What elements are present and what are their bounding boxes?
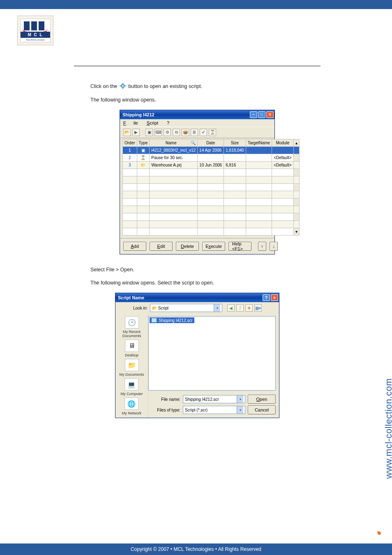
open-button[interactable]: Open xyxy=(248,395,276,404)
table-row xyxy=(123,213,300,220)
toolbar-sendkey-icon[interactable]: ⌨ xyxy=(154,129,162,136)
delete-button[interactable]: Delete xyxy=(176,242,199,251)
dialog-close-button[interactable]: × xyxy=(271,294,278,301)
filetype-label: Files of type: xyxy=(152,408,180,412)
chevron-down-icon[interactable]: ▾ xyxy=(214,304,220,312)
toolbar-doc-icon[interactable]: 🗎 xyxy=(191,129,198,136)
table-row xyxy=(123,169,300,176)
filetype-combo[interactable]: Script (*.scr) ▾ xyxy=(183,406,245,414)
menu-bar: File Script ? xyxy=(120,119,274,127)
window-title: Shipping I4212 xyxy=(122,112,154,117)
scroll-down-icon[interactable]: ▾ xyxy=(293,228,299,235)
window-titlebar[interactable]: Shipping I4212 – □ × xyxy=(120,110,274,119)
filename-combo[interactable]: Shipping I4212.scr ▾ xyxy=(183,395,245,403)
col-module[interactable]: Module xyxy=(272,139,293,146)
place-desktop[interactable]: 🖥Desktop xyxy=(125,340,139,357)
views-icon[interactable]: ▦▾ xyxy=(254,304,262,312)
paragraph-window-intro: The following window opens. xyxy=(90,96,321,104)
execute-button[interactable]: Execute xyxy=(202,242,225,251)
lookin-value: Script xyxy=(158,306,169,310)
move-up-button[interactable]: ↑ xyxy=(258,242,266,251)
logo: M C L TECHNOLOGIES xyxy=(17,16,53,45)
svg-point-1 xyxy=(122,85,124,87)
table-row xyxy=(123,183,300,191)
table-row[interactable]: 1 ▣ i4212_0803H2_mcl_v12 14 Apr 2006 1,6… xyxy=(123,146,300,154)
place-mycomputer[interactable]: 💻My Computer xyxy=(120,378,143,396)
svg-rect-5 xyxy=(125,86,126,86)
script-file-icon xyxy=(151,318,157,323)
table-row xyxy=(123,220,300,228)
toolbar-check-icon[interactable]: ✔ xyxy=(200,129,207,136)
scroll-up-icon[interactable]: ▴ xyxy=(293,139,299,146)
minimize-button[interactable]: – xyxy=(250,111,257,118)
open-dialog: Script Name ? × Look in: 📂 Script ▾ ◀ ⤴ … xyxy=(115,293,279,418)
dialog-titlebar[interactable]: Script Name ? × xyxy=(115,293,279,302)
toolbar-wait-icon[interactable]: ⌛ xyxy=(209,129,216,136)
chevron-down-icon[interactable]: ▾ xyxy=(237,406,243,414)
table-row xyxy=(123,198,300,206)
paragraph-select-script: The following window opens. Select the s… xyxy=(90,279,321,287)
up-one-level-icon[interactable]: ⤴ xyxy=(236,304,244,312)
edit-button[interactable]: Edit xyxy=(150,242,173,251)
file-item-label: Shipping I4212.scr xyxy=(159,318,193,323)
logo-subtext: TECHNOLOGIES xyxy=(21,39,50,41)
footer: Copyright © 2007 • MCL Technologies • Al… xyxy=(0,543,392,555)
toolbar-gear-icon[interactable]: ⚙ xyxy=(164,129,171,136)
new-folder-icon[interactable]: ✚ xyxy=(245,304,253,312)
table-row: ▾ xyxy=(123,228,300,235)
help-button[interactable]: Help <F1> xyxy=(228,242,251,251)
close-button[interactable]: × xyxy=(266,111,274,118)
maximize-button[interactable]: □ xyxy=(258,111,265,118)
file-list[interactable]: Shipping I4212.scr xyxy=(148,316,276,391)
script-window: Shipping I4212 – □ × File Script ? 📂 ▶ ▣… xyxy=(120,110,275,254)
col-date[interactable]: Date xyxy=(198,139,224,146)
toolbar-open-icon[interactable]: 📂 xyxy=(123,129,131,136)
logo-letters: M C L xyxy=(21,32,50,38)
header-stripe xyxy=(0,0,392,9)
chevron-down-icon[interactable]: ▾ xyxy=(237,395,243,403)
toolbar-copy-icon[interactable]: ⧉ xyxy=(173,129,180,136)
table-row xyxy=(123,176,300,183)
folder-icon: 📂 xyxy=(152,306,157,310)
context-help-button[interactable]: ? xyxy=(263,294,270,301)
col-type[interactable]: Type xyxy=(137,139,150,146)
back-icon[interactable]: ◀ xyxy=(227,304,235,312)
toolbar-firmware-icon[interactable]: ▣ xyxy=(145,129,153,136)
bullet-icon xyxy=(376,530,382,536)
menu-script[interactable]: Script xyxy=(147,120,158,125)
lookin-combo[interactable]: 📂 Script ▾ xyxy=(150,304,222,312)
script-table: Order Type Name 🔍 Date Size TargetName M… xyxy=(122,139,300,236)
lookin-label: Look in: xyxy=(119,306,148,310)
toolbar-package-icon[interactable]: 📦 xyxy=(182,129,189,136)
gear-icon xyxy=(120,83,126,89)
file-item[interactable]: Shipping I4212.scr xyxy=(150,317,194,323)
hourglass-icon: ⌛ xyxy=(137,154,150,161)
place-network[interactable]: 🌐My Network xyxy=(122,398,142,415)
places-bar: 🕑My Recent Documents 🖥Desktop 📁My Docume… xyxy=(115,314,148,418)
paragraph-open-script: Click on the button to open an existing … xyxy=(90,83,321,90)
p1-pre: Click on the xyxy=(90,83,119,89)
table-row[interactable]: 2 ⌛ Pause for 30 sec. <Default> xyxy=(123,154,300,161)
col-order[interactable]: Order xyxy=(123,139,137,146)
search-icon: 🔍 xyxy=(191,141,196,145)
cancel-button[interactable]: Cancel xyxy=(248,405,276,414)
col-name[interactable]: Name 🔍 xyxy=(150,139,198,146)
menu-file[interactable]: File xyxy=(123,120,138,125)
place-mydocs[interactable]: 📁My Documents xyxy=(119,359,144,377)
filename-value: Shipping I4212.scr xyxy=(185,397,219,402)
menu-help[interactable]: ? xyxy=(167,120,169,125)
toolbar: 📂 ▶ ▣ ⌨ ⚙ ⧉ 📦 🗎 ✔ ⌛ xyxy=(120,127,274,138)
place-recent[interactable]: 🕑My Recent Documents xyxy=(115,316,148,338)
firmware-icon: ▣ xyxy=(137,146,150,154)
col-target[interactable]: TargetName xyxy=(246,139,272,146)
table-row xyxy=(123,191,300,198)
section-rule xyxy=(74,66,321,66)
toolbar-run-icon[interactable]: ▶ xyxy=(132,129,140,136)
table-row[interactable]: 3 📁 Warehouse A.prj 10 Jun 2006 6,816 <D… xyxy=(123,161,300,169)
add-button[interactable]: Add xyxy=(123,242,146,251)
col-size[interactable]: Size xyxy=(224,139,246,146)
move-down-button[interactable]: ↓ xyxy=(270,242,278,251)
dialog-title: Script Name xyxy=(118,295,144,300)
svg-rect-2 xyxy=(122,83,123,84)
project-icon: 📁 xyxy=(137,161,150,169)
